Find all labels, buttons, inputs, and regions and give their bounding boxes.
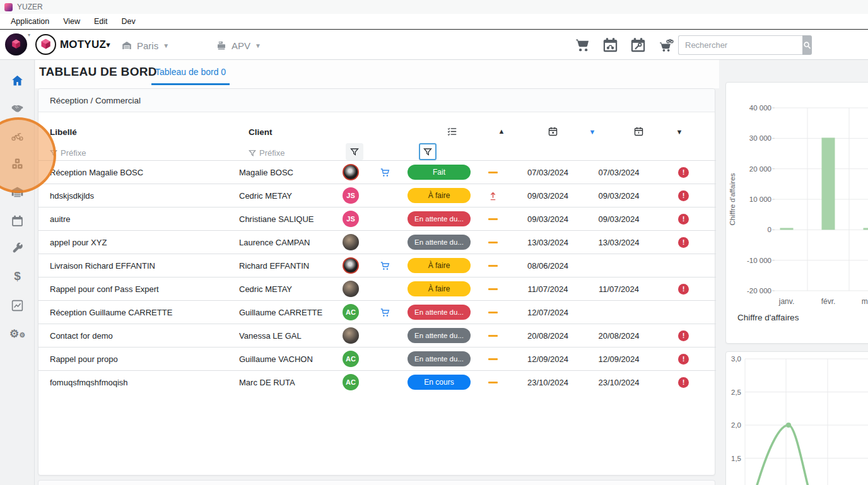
cell-client: Christiane SALIQUE [239, 214, 333, 224]
module-selector[interactable]: APV ▼ [216, 40, 261, 51]
cell-libelle: appel pour XYZ [50, 238, 239, 247]
table-row[interactable]: auitreChristiane SALIQUEJSEn attente du.… [38, 207, 716, 230]
cube-logo-icon [39, 38, 52, 51]
cell-date-end: 09/03/2024 [587, 191, 650, 201]
status-badge[interactable]: À faire [408, 258, 471, 273]
priority-high-icon [489, 191, 497, 201]
filter-client-input[interactable]: Préfixe [249, 146, 335, 161]
sort-desc-icon[interactable]: ▼ [672, 128, 686, 136]
menu-edit[interactable]: Edit [88, 15, 114, 28]
alert-icon[interactable]: ! [678, 237, 689, 248]
wrench-icon [11, 242, 24, 255]
cell-date-start: 12/07/2024 [508, 308, 587, 317]
status-badge[interactable]: En attente du... [408, 351, 471, 366]
sidebar-item-settings[interactable]: ⚙⚙ [0, 323, 35, 344]
priority-normal-icon [488, 288, 498, 290]
date-column-icon-1[interactable] [546, 126, 560, 139]
menu-application[interactable]: Application [5, 15, 55, 28]
brand-caret-icon[interactable]: ▼ [105, 41, 112, 49]
date-column-icon-2[interactable] [631, 126, 645, 139]
cube-logo-icon [10, 38, 22, 50]
filter-button[interactable] [346, 143, 363, 160]
company-logo-button[interactable] [5, 33, 27, 56]
svg-text:févr.: févr. [821, 297, 836, 306]
sidebar-item-home[interactable] [0, 69, 35, 91]
filter-libelle-input[interactable]: Préfixe [50, 146, 233, 161]
avatar-initials: JS [343, 187, 359, 204]
cell-date-end: 23/10/2024 [587, 378, 650, 387]
menu-view[interactable]: View [57, 15, 86, 28]
svg-text:-10 000: -10 000 [747, 257, 771, 264]
search-button[interactable] [802, 35, 812, 55]
calendar-wrench-icon[interactable] [628, 35, 647, 54]
filter-placeholder: Préfixe [259, 148, 284, 158]
alert-icon[interactable]: ! [678, 284, 689, 295]
table-row[interactable]: fomuqsfmqshfmoqishMarc DE RUTAACEn cours… [38, 370, 716, 394]
sidebar-item-motorcycle[interactable] [0, 125, 35, 146]
sidebar-item-chart[interactable] [0, 295, 35, 316]
svg-text:Chiffre d'affaires: Chiffre d'affaires [729, 173, 736, 225]
table-row[interactable]: Livraison Richard EFFANTINRichard EFFANT… [38, 254, 716, 277]
alert-icon[interactable]: ! [678, 214, 689, 225]
table-row[interactable]: hdskjsdkjldsCedric METAYJSÀ faire09/03/2… [38, 184, 716, 207]
column-header-libelle[interactable]: Libellé [50, 127, 77, 137]
menu-bar: ApplicationViewEditDev [0, 14, 868, 30]
cell-libelle: Livraison Richard EFFANTIN [50, 261, 239, 271]
status-badge[interactable]: En attente du... [408, 305, 471, 320]
status-badge[interactable]: En cours [408, 375, 471, 390]
table-row[interactable]: Contact for demoVanessa LE GALEn attente… [38, 324, 716, 347]
status-badge[interactable]: Fait [408, 165, 471, 180]
calendar-icon [11, 214, 24, 228]
cart-icon[interactable] [379, 260, 391, 272]
app-header: ▾ MOTYUZ ▼ Paris ▼ APV ▼ [0, 30, 868, 60]
status-list-icon[interactable] [445, 126, 459, 139]
site-selector[interactable]: Paris ▼ [121, 40, 169, 51]
cell-date-end: 07/03/2024 [587, 168, 650, 177]
avatar-initials: JS [343, 211, 359, 227]
status-badge[interactable]: En attente du... [408, 328, 471, 343]
table-row[interactable]: appel pour XYZLaurence CAMPANEn attente … [38, 230, 716, 254]
cart-icon[interactable] [379, 307, 391, 318]
table-row[interactable]: Réception Guillaume CARRETTEGuillaume CA… [38, 300, 716, 324]
motorcycle-icon [11, 129, 24, 143]
status-badge[interactable]: À faire [408, 281, 471, 296]
sidebar-item-handshake[interactable] [0, 97, 35, 119]
sort-asc-icon[interactable]: ▲ [495, 127, 508, 135]
status-badge[interactable]: En attente du... [408, 235, 471, 250]
sidebar-nav: $⚙⚙ [0, 60, 35, 485]
cell-date-start: 08/06/2024 [508, 261, 587, 271]
status-badge[interactable]: À faire [408, 188, 471, 203]
tab-tableau-de-bord-0[interactable]: Tableau de bord 0 [151, 67, 230, 85]
moto-cart-icon[interactable] [656, 35, 675, 54]
revenue-bar-chart: 40 00030 00020 00010 0000-10 000-20 000j… [726, 83, 868, 310]
cubes-icon [11, 157, 24, 170]
sidebar-item-dollar[interactable]: $ [0, 266, 35, 287]
search-input[interactable] [678, 35, 802, 55]
alert-icon[interactable]: ! [678, 330, 689, 341]
menu-dev[interactable]: Dev [116, 15, 141, 28]
alert-icon[interactable]: ! [678, 377, 689, 388]
sidebar-item-warehouse[interactable] [0, 180, 35, 202]
cart-icon[interactable] [379, 167, 391, 178]
sidebar-item-cubes[interactable] [0, 153, 35, 174]
calendar-moto-icon[interactable] [601, 35, 619, 54]
cell-client: Guillaume CARRETTE [239, 308, 333, 317]
table-row[interactable]: Réception Magalie BOSCMagalie BOSCFait07… [38, 160, 716, 184]
alert-icon[interactable]: ! [678, 354, 689, 365]
avatar-photo [343, 164, 359, 180]
status-filter-button[interactable] [419, 143, 437, 160]
dashboard-table-card: Réception / Commercial Libellé Client ▲ … [38, 88, 715, 476]
app-icon [4, 3, 13, 11]
sort-desc-active-icon[interactable]: ▼ [585, 128, 599, 136]
alert-icon[interactable]: ! [678, 167, 689, 178]
cell-date-start: 11/07/2024 [508, 284, 587, 294]
brand-name[interactable]: MOTYUZ [60, 38, 106, 51]
cart-icon[interactable] [573, 35, 592, 54]
column-header-client[interactable]: Client [249, 127, 273, 137]
table-row[interactable]: Rappel pour propoGuillaume VACHONACEn at… [38, 347, 716, 370]
status-badge[interactable]: En attente du... [408, 211, 471, 226]
sidebar-item-wrench[interactable] [0, 238, 35, 259]
sidebar-item-calendar[interactable] [0, 210, 35, 231]
alert-icon[interactable]: ! [678, 190, 689, 201]
table-row[interactable]: Rappel pour conf Pass ExpertCedric METAY… [38, 277, 716, 300]
